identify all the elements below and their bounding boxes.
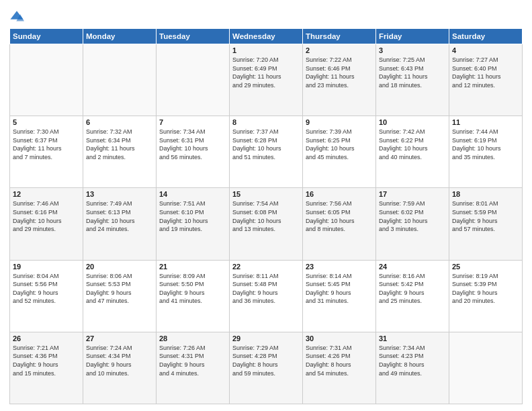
day-number: 5	[13, 118, 80, 126]
calendar-cell: 22Sunrise: 8:11 AM Sunset: 5:48 PM Dayli…	[230, 260, 303, 332]
day-info: Sunrise: 8:06 AM Sunset: 5:53 PM Dayligh…	[86, 272, 153, 306]
logo-icon	[9, 9, 24, 24]
weekday-header: Saturday	[449, 29, 523, 44]
day-number: 3	[379, 46, 446, 54]
day-info: Sunrise: 7:37 AM Sunset: 6:28 PM Dayligh…	[232, 128, 300, 161]
day-info: Sunrise: 7:34 AM Sunset: 4:23 PM Dayligh…	[379, 344, 446, 377]
day-number: 21	[159, 263, 226, 271]
calendar-cell	[449, 332, 523, 404]
calendar-week-row: 19Sunrise: 8:04 AM Sunset: 5:56 PM Dayli…	[10, 260, 523, 332]
calendar-cell: 26Sunrise: 7:21 AM Sunset: 4:36 PM Dayli…	[10, 332, 83, 404]
calendar-cell: 19Sunrise: 8:04 AM Sunset: 5:56 PM Dayli…	[10, 260, 83, 332]
day-info: Sunrise: 7:51 AM Sunset: 6:10 PM Dayligh…	[159, 199, 226, 233]
day-number: 29	[232, 334, 300, 342]
calendar-week-row: 12Sunrise: 7:46 AM Sunset: 6:16 PM Dayli…	[10, 188, 523, 260]
calendar-cell: 15Sunrise: 7:54 AM Sunset: 6:08 PM Dayli…	[230, 188, 303, 260]
calendar-cell: 7Sunrise: 7:34 AM Sunset: 6:31 PM Daylig…	[157, 116, 230, 188]
day-number: 13	[86, 190, 153, 198]
day-number: 20	[86, 263, 153, 271]
calendar-cell: 29Sunrise: 7:29 AM Sunset: 4:28 PM Dayli…	[230, 332, 303, 404]
calendar-cell: 12Sunrise: 7:46 AM Sunset: 6:16 PM Dayli…	[10, 188, 83, 260]
day-number: 10	[379, 118, 446, 126]
day-number: 17	[379, 190, 446, 198]
day-info: Sunrise: 8:09 AM Sunset: 5:50 PM Dayligh…	[159, 272, 226, 306]
day-number: 18	[452, 190, 519, 198]
calendar-cell	[10, 44, 83, 116]
weekday-header: Tuesday	[157, 29, 230, 44]
weekday-header: Sunday	[10, 29, 83, 44]
day-number: 14	[159, 190, 226, 198]
weekday-header: Thursday	[303, 29, 376, 44]
calendar-cell: 21Sunrise: 8:09 AM Sunset: 5:50 PM Dayli…	[157, 260, 230, 332]
day-info: Sunrise: 7:39 AM Sunset: 6:25 PM Dayligh…	[306, 128, 373, 161]
calendar-cell: 30Sunrise: 7:31 AM Sunset: 4:26 PM Dayli…	[303, 332, 376, 404]
day-info: Sunrise: 7:56 AM Sunset: 6:05 PM Dayligh…	[306, 199, 373, 233]
calendar-cell	[157, 44, 230, 116]
day-number: 23	[306, 263, 373, 271]
calendar-cell: 3Sunrise: 7:25 AM Sunset: 6:43 PM Daylig…	[376, 44, 449, 116]
page: SundayMondayTuesdayWednesdayThursdayFrid…	[0, 0, 532, 411]
calendar-week-row: 26Sunrise: 7:21 AM Sunset: 4:36 PM Dayli…	[10, 332, 523, 404]
day-info: Sunrise: 7:24 AM Sunset: 4:34 PM Dayligh…	[86, 344, 153, 377]
day-info: Sunrise: 8:04 AM Sunset: 5:56 PM Dayligh…	[13, 272, 80, 306]
day-number: 27	[86, 334, 153, 342]
day-info: Sunrise: 7:26 AM Sunset: 4:31 PM Dayligh…	[159, 344, 226, 377]
calendar-cell: 8Sunrise: 7:37 AM Sunset: 6:28 PM Daylig…	[230, 116, 303, 188]
day-number: 2	[306, 46, 373, 54]
day-info: Sunrise: 7:31 AM Sunset: 4:26 PM Dayligh…	[306, 344, 373, 377]
calendar-week-row: 1Sunrise: 7:20 AM Sunset: 6:49 PM Daylig…	[10, 44, 523, 116]
day-number: 6	[86, 118, 153, 126]
calendar-cell: 27Sunrise: 7:24 AM Sunset: 4:34 PM Dayli…	[83, 332, 157, 404]
calendar-cell: 9Sunrise: 7:39 AM Sunset: 6:25 PM Daylig…	[303, 116, 376, 188]
day-info: Sunrise: 7:54 AM Sunset: 6:08 PM Dayligh…	[232, 199, 300, 233]
day-info: Sunrise: 7:46 AM Sunset: 6:16 PM Dayligh…	[13, 199, 80, 233]
day-info: Sunrise: 7:44 AM Sunset: 6:19 PM Dayligh…	[452, 128, 519, 161]
calendar-cell: 1Sunrise: 7:20 AM Sunset: 6:49 PM Daylig…	[230, 44, 303, 116]
calendar-cell: 6Sunrise: 7:32 AM Sunset: 6:34 PM Daylig…	[83, 116, 157, 188]
weekday-header: Wednesday	[230, 29, 303, 44]
calendar-cell: 14Sunrise: 7:51 AM Sunset: 6:10 PM Dayli…	[157, 188, 230, 260]
day-number: 24	[379, 263, 446, 271]
day-info: Sunrise: 8:11 AM Sunset: 5:48 PM Dayligh…	[232, 272, 300, 306]
day-number: 12	[13, 190, 80, 198]
day-number: 30	[306, 334, 373, 342]
day-number: 11	[452, 118, 519, 126]
calendar-header-row: SundayMondayTuesdayWednesdayThursdayFrid…	[10, 29, 523, 44]
day-info: Sunrise: 8:01 AM Sunset: 5:59 PM Dayligh…	[452, 199, 519, 233]
day-number: 4	[452, 46, 519, 54]
day-info: Sunrise: 8:14 AM Sunset: 5:45 PM Dayligh…	[306, 272, 373, 306]
calendar-cell: 11Sunrise: 7:44 AM Sunset: 6:19 PM Dayli…	[449, 116, 523, 188]
calendar-cell: 10Sunrise: 7:42 AM Sunset: 6:22 PM Dayli…	[376, 116, 449, 188]
day-info: Sunrise: 7:34 AM Sunset: 6:31 PM Dayligh…	[159, 128, 226, 161]
day-number: 22	[232, 263, 300, 271]
day-number: 1	[232, 46, 300, 54]
calendar-cell: 28Sunrise: 7:26 AM Sunset: 4:31 PM Dayli…	[157, 332, 230, 404]
calendar-cell: 24Sunrise: 8:16 AM Sunset: 5:42 PM Dayli…	[376, 260, 449, 332]
day-info: Sunrise: 7:20 AM Sunset: 6:49 PM Dayligh…	[232, 56, 300, 89]
calendar-cell: 5Sunrise: 7:30 AM Sunset: 6:37 PM Daylig…	[10, 116, 83, 188]
day-info: Sunrise: 7:59 AM Sunset: 6:02 PM Dayligh…	[379, 199, 446, 233]
logo	[9, 9, 26, 24]
day-number: 9	[306, 118, 373, 126]
day-info: Sunrise: 7:22 AM Sunset: 6:46 PM Dayligh…	[306, 56, 373, 89]
day-info: Sunrise: 7:21 AM Sunset: 4:36 PM Dayligh…	[13, 344, 80, 377]
day-number: 25	[452, 263, 519, 271]
calendar-table: SundayMondayTuesdayWednesdayThursdayFrid…	[9, 28, 523, 404]
day-info: Sunrise: 7:49 AM Sunset: 6:13 PM Dayligh…	[86, 199, 153, 233]
calendar-cell: 13Sunrise: 7:49 AM Sunset: 6:13 PM Dayli…	[83, 188, 157, 260]
day-number: 8	[232, 118, 300, 126]
day-number: 28	[159, 334, 226, 342]
day-info: Sunrise: 7:30 AM Sunset: 6:37 PM Dayligh…	[13, 128, 80, 161]
calendar-cell: 23Sunrise: 8:14 AM Sunset: 5:45 PM Dayli…	[303, 260, 376, 332]
day-info: Sunrise: 7:27 AM Sunset: 6:40 PM Dayligh…	[452, 56, 519, 89]
calendar-week-row: 5Sunrise: 7:30 AM Sunset: 6:37 PM Daylig…	[10, 116, 523, 188]
day-number: 15	[232, 190, 300, 198]
calendar-cell	[83, 44, 157, 116]
day-number: 19	[13, 263, 80, 271]
weekday-header: Friday	[376, 29, 449, 44]
day-info: Sunrise: 7:25 AM Sunset: 6:43 PM Dayligh…	[379, 56, 446, 89]
day-info: Sunrise: 8:19 AM Sunset: 5:39 PM Dayligh…	[452, 272, 519, 306]
day-number: 7	[159, 118, 226, 126]
calendar-cell: 16Sunrise: 7:56 AM Sunset: 6:05 PM Dayli…	[303, 188, 376, 260]
day-info: Sunrise: 7:42 AM Sunset: 6:22 PM Dayligh…	[379, 128, 446, 161]
